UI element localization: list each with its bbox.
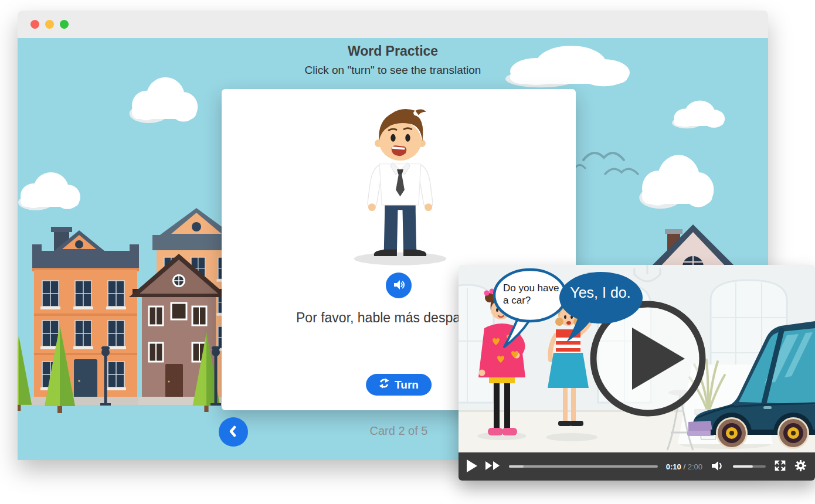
flashcard-phrase: Por favor, hable más despa xyxy=(296,310,460,326)
time-current: 0:10 xyxy=(666,462,681,471)
volume-level xyxy=(733,465,753,468)
fullscreen-button[interactable] xyxy=(774,459,786,474)
cartoon-man-illustration xyxy=(346,95,454,271)
progress-played xyxy=(509,465,524,468)
video-screen[interactable]: Do you have a car? Yes, I do. xyxy=(459,265,815,452)
fast-forward-button[interactable] xyxy=(485,461,501,472)
zoom-button[interactable] xyxy=(60,20,69,29)
speech-bubble-left-text: Do you have a car? xyxy=(503,282,565,307)
window-titlebar xyxy=(18,11,768,38)
play-icon xyxy=(586,413,709,422)
volume-button[interactable] xyxy=(711,460,725,474)
turn-button-label: Turn xyxy=(395,379,419,391)
gear-icon xyxy=(794,459,807,474)
volume-icon xyxy=(711,460,725,474)
volume-slider[interactable] xyxy=(733,465,766,468)
video-player-panel: Do you have a car? Yes, I do. 0:10 xyxy=(459,265,815,481)
settings-button[interactable] xyxy=(794,459,807,474)
audio-button[interactable] xyxy=(386,273,412,298)
time-total: 2:00 xyxy=(688,462,702,471)
video-controls-bar: 0:10 / 2:00 xyxy=(459,452,815,481)
play-icon xyxy=(467,459,477,474)
time-separator: / xyxy=(683,462,687,471)
speaker-icon xyxy=(392,278,406,294)
time-display: 0:10 / 2:00 xyxy=(666,462,702,471)
page-subtitle: Click on "turn" to see the translation xyxy=(18,64,768,77)
fast-forward-icon xyxy=(485,461,501,472)
house-right xyxy=(650,224,736,268)
page-title: Word Practice xyxy=(18,43,768,59)
play-button[interactable] xyxy=(467,459,477,474)
progress-bar[interactable] xyxy=(509,465,658,468)
building-orange xyxy=(29,227,142,405)
turn-button[interactable]: Turn xyxy=(366,374,432,396)
fullscreen-icon xyxy=(774,459,786,474)
close-button[interactable] xyxy=(30,20,39,29)
speech-bubble-right-text: Yes, I do. xyxy=(563,284,638,301)
speech-bubble-right xyxy=(557,268,651,350)
refresh-icon xyxy=(379,378,389,391)
minimize-button[interactable] xyxy=(45,20,54,29)
